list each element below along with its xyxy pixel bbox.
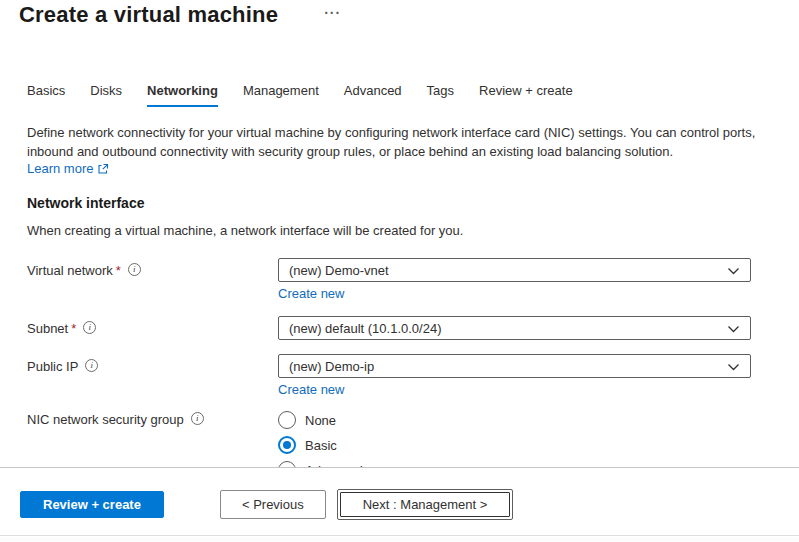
tab-networking[interactable]: Networking — [147, 83, 218, 107]
required-asterisk: * — [71, 321, 76, 336]
radio-label: Basic — [305, 438, 337, 453]
section-description: When creating a virtual machine, a netwo… — [27, 223, 799, 238]
public-ip-select-value: (new) Demo-ip — [289, 359, 374, 374]
public-ip-label: Public IP — [27, 359, 78, 374]
public-ip-label-group: Public IP i — [27, 354, 278, 398]
tab-advanced[interactable]: Advanced — [344, 83, 402, 107]
next-management-button[interactable]: Next : Management > — [337, 489, 514, 520]
nic-nsg-row: NIC network security group i None Basic … — [27, 410, 799, 467]
virtual-network-row: Virtual network * i (new) Demo-vnet Crea… — [27, 258, 799, 302]
page-title: Create a virtual machine — [19, 2, 278, 28]
tab-disks[interactable]: Disks — [90, 83, 122, 107]
public-ip-control: (new) Demo-ip Create new — [278, 354, 751, 398]
subnet-label-group: Subnet * i — [27, 316, 278, 340]
public-ip-create-new-link[interactable]: Create new — [278, 382, 344, 398]
virtual-network-label: Virtual network — [27, 263, 113, 278]
previous-button[interactable]: < Previous — [220, 490, 326, 519]
footer-buttons: Review + create < Previous Next : Manage… — [0, 468, 799, 520]
page-bottom-strip — [0, 537, 799, 542]
tab-tags[interactable]: Tags — [427, 83, 454, 107]
virtual-network-label-group: Virtual network * i — [27, 258, 278, 302]
nic-nsg-option-none[interactable]: None — [278, 411, 751, 429]
virtual-network-select-value: (new) Demo-vnet — [289, 263, 389, 278]
subnet-label: Subnet — [27, 321, 68, 336]
info-icon[interactable]: i — [128, 263, 141, 276]
page-header: Create a virtual machine ··· — [0, 0, 799, 28]
wizard-footer: Review + create < Previous Next : Manage… — [0, 467, 799, 536]
chevron-down-icon — [727, 363, 740, 372]
virtual-network-select[interactable]: (new) Demo-vnet — [278, 258, 751, 282]
tab-review-create[interactable]: Review + create — [479, 83, 573, 107]
nic-nsg-option-basic[interactable]: Basic — [278, 436, 751, 454]
nic-nsg-label: NIC network security group — [27, 412, 184, 427]
virtual-network-control: (new) Demo-vnet Create new — [278, 258, 751, 302]
nic-nsg-label-group: NIC network security group i — [27, 410, 278, 467]
info-icon[interactable]: i — [191, 412, 204, 425]
virtual-network-create-new-link[interactable]: Create new — [278, 286, 344, 302]
radio-button-icon — [278, 436, 296, 454]
review-create-button[interactable]: Review + create — [20, 491, 164, 518]
info-icon[interactable]: i — [83, 321, 96, 334]
info-icon[interactable]: i — [85, 359, 98, 372]
radio-button-icon — [278, 411, 296, 429]
learn-more-link[interactable]: Learn more — [27, 161, 93, 177]
chevron-down-icon — [727, 325, 740, 334]
nic-nsg-radio-group: None Basic Advanced — [278, 410, 751, 467]
external-link-icon — [97, 163, 109, 175]
subnet-select-value: (new) default (10.1.0.0/24) — [289, 321, 441, 336]
chevron-down-icon — [727, 267, 740, 276]
subnet-row: Subnet * i (new) default (10.1.0.0/24) — [27, 316, 799, 340]
subnet-control: (new) default (10.1.0.0/24) — [278, 316, 751, 340]
tab-management[interactable]: Management — [243, 83, 319, 107]
learn-more-row: Learn more — [27, 161, 799, 177]
networking-form: Virtual network * i (new) Demo-vnet Crea… — [0, 258, 799, 467]
radio-label: None — [305, 413, 336, 428]
subnet-select[interactable]: (new) default (10.1.0.0/24) — [278, 316, 751, 340]
public-ip-row: Public IP i (new) Demo-ip Create new — [27, 354, 799, 398]
required-asterisk: * — [116, 263, 121, 278]
more-options-button[interactable]: ··· — [324, 8, 341, 18]
tab-bar: Basics Disks Networking Management Advan… — [27, 83, 799, 107]
networking-tab-content: Create a virtual machine ··· Basics Disk… — [0, 0, 799, 467]
tab-description: Define network connectivity for your vir… — [27, 123, 772, 161]
section-heading-network-interface: Network interface — [27, 195, 799, 211]
tab-basics[interactable]: Basics — [27, 83, 65, 107]
public-ip-select[interactable]: (new) Demo-ip — [278, 354, 751, 378]
